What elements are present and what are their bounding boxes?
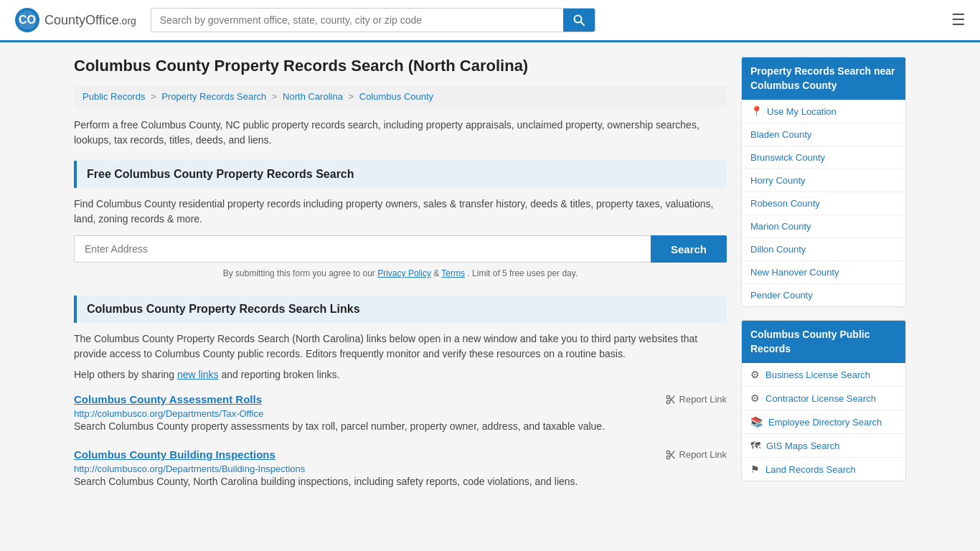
content-area: Columbus County Property Records Search … — [74, 57, 727, 507]
report-link-button[interactable]: Report Link — [666, 394, 727, 405]
free-search-heading: Free Columbus County Property Records Se… — [74, 161, 727, 188]
breadcrumb-property-records-search[interactable]: Property Records Search — [161, 91, 266, 102]
link-url[interactable]: http://columbusco.org/Departments/Tax-Of… — [74, 408, 263, 419]
links-description: The Columbus County Property Records Sea… — [74, 331, 727, 362]
sidebar: Property Records Search near Columbus Co… — [741, 57, 906, 507]
brunswick-county-link[interactable]: Brunswick County — [750, 152, 825, 163]
employee-directory-search-link[interactable]: Employee Directory Search — [768, 417, 882, 428]
flag-icon: ⚑ — [750, 463, 760, 475]
sidebar-public-item[interactable]: ⚙ Business License Search — [742, 363, 905, 387]
form-disclaimer: By submitting this form you agree to our… — [74, 268, 727, 278]
sidebar-county-item[interactable]: Horry County — [742, 169, 905, 192]
share-text: Help others by sharing new links and rep… — [74, 369, 727, 380]
sidebar-county-item[interactable]: Bladen County — [742, 123, 905, 146]
land-records-search-link[interactable]: Land Records Search — [765, 464, 856, 475]
links-section: Columbus County Property Records Search … — [74, 296, 727, 489]
address-search-button[interactable]: Search — [651, 235, 727, 263]
new-hanover-county-link[interactable]: New Hanover County — [750, 267, 839, 278]
public-records-section: Columbus County Public Records ⚙ Busines… — [741, 320, 906, 481]
public-records-header: Columbus County Public Records — [742, 321, 905, 363]
links-heading: Columbus County Property Records Search … — [74, 296, 727, 323]
breadcrumb-public-records[interactable]: Public Records — [83, 91, 145, 102]
link-entry: Columbus County Assessment Rolls Report … — [74, 393, 727, 434]
logo-text: CountyOffice.org — [44, 13, 136, 28]
breadcrumb-north-carolina[interactable]: North Carolina — [283, 91, 343, 102]
sidebar-public-item[interactable]: 🗺 GIS Maps Search — [742, 434, 905, 458]
sidebar-county-item[interactable]: Pender County — [742, 284, 905, 306]
use-my-location-item[interactable]: 📍 Use My Location — [742, 100, 905, 123]
map-icon: 🗺 — [750, 440, 760, 451]
link-url[interactable]: http://columbusco.org/Departments/Buildi… — [74, 463, 305, 474]
svg-line-4 — [580, 22, 584, 26]
location-pin-icon: 📍 — [750, 105, 763, 117]
logo-icon: CO — [14, 7, 40, 33]
search-icon — [573, 14, 585, 26]
logo[interactable]: CO CountyOffice.org — [14, 7, 136, 33]
svg-text:CO: CO — [19, 14, 36, 26]
gear-icon: ⚙ — [750, 369, 760, 380]
header-search-button[interactable] — [563, 9, 595, 32]
nearby-section: Property Records Search near Columbus Co… — [741, 57, 906, 307]
nearby-section-header: Property Records Search near Columbus Co… — [742, 57, 905, 100]
link-entry-title[interactable]: Columbus County Assessment Rolls — [74, 393, 262, 405]
book-icon: 📚 — [750, 416, 763, 428]
gear-icon: ⚙ — [750, 392, 760, 404]
dillon-county-link[interactable]: Dillon County — [750, 244, 806, 255]
svg-point-9 — [666, 451, 669, 453]
address-search-row: Search — [74, 235, 727, 263]
scissors-icon — [666, 450, 676, 460]
header-search-bar — [151, 8, 595, 32]
sidebar-public-item[interactable]: ⚑ Land Records Search — [742, 458, 905, 481]
address-search-input[interactable] — [74, 235, 651, 263]
page-description: Perform a free Columbus County, NC publi… — [74, 118, 727, 148]
robeson-county-link[interactable]: Robeson County — [750, 198, 820, 209]
search-description: Find Columbus County residential propert… — [74, 197, 727, 227]
svg-point-10 — [666, 456, 669, 458]
pender-county-link[interactable]: Pender County — [750, 290, 813, 301]
sidebar-county-item[interactable]: New Hanover County — [742, 261, 905, 284]
breadcrumb-columbus-county[interactable]: Columbus County — [359, 91, 433, 102]
link-description: Search Columbus County property assessme… — [74, 419, 727, 434]
link-entry-header: Columbus County Building Inspections Rep… — [74, 448, 727, 461]
sidebar-public-item[interactable]: ⚙ Contractor License Search — [742, 387, 905, 410]
free-search-section: Free Columbus County Property Records Se… — [74, 161, 727, 278]
horry-county-link[interactable]: Horry County — [750, 175, 806, 186]
header: CO CountyOffice.org ☰ — [0, 0, 980, 42]
business-license-search-link[interactable]: Business License Search — [765, 369, 870, 380]
contractor-license-search-link[interactable]: Contractor License Search — [765, 393, 876, 404]
report-link-button[interactable]: Report Link — [666, 449, 727, 460]
svg-point-5 — [666, 395, 669, 398]
link-entry-title[interactable]: Columbus County Building Inspections — [74, 448, 275, 461]
link-entry-header: Columbus County Assessment Rolls Report … — [74, 393, 727, 405]
sidebar-county-item[interactable]: Marion County — [742, 215, 905, 238]
scissors-icon — [666, 395, 676, 405]
bladen-county-link[interactable]: Bladen County — [750, 129, 811, 140]
gis-maps-search-link[interactable]: GIS Maps Search — [766, 441, 840, 451]
use-my-location-link[interactable]: Use My Location — [767, 106, 837, 117]
main-container: Columbus County Property Records Search … — [60, 42, 920, 521]
sidebar-county-item[interactable]: Dillon County — [742, 238, 905, 261]
svg-point-6 — [666, 400, 669, 403]
sidebar-county-item[interactable]: Brunswick County — [742, 146, 905, 169]
new-links-link[interactable]: new links — [177, 369, 219, 380]
sidebar-county-item[interactable]: Robeson County — [742, 192, 905, 215]
link-description: Search Columbus County, North Carolina b… — [74, 474, 727, 489]
hamburger-menu-icon[interactable]: ☰ — [951, 11, 966, 29]
header-search-input[interactable] — [151, 9, 563, 32]
page-title: Columbus County Property Records Search … — [74, 57, 727, 75]
sidebar-public-item[interactable]: 📚 Employee Directory Search — [742, 410, 905, 434]
breadcrumb: Public Records > Property Records Search… — [74, 85, 727, 108]
terms-link[interactable]: Terms — [441, 268, 465, 278]
privacy-policy-link[interactable]: Privacy Policy — [377, 268, 431, 278]
link-entry: Columbus County Building Inspections Rep… — [74, 448, 727, 489]
marion-county-link[interactable]: Marion County — [750, 221, 811, 232]
